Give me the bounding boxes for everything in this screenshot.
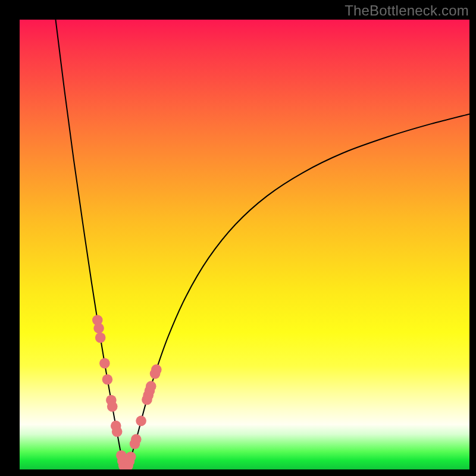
data-marker: [131, 434, 142, 445]
data-marker: [93, 323, 104, 334]
watermark-text: TheBottleneck.com: [345, 2, 469, 19]
data-marker: [95, 333, 106, 343]
data-marker: [112, 427, 123, 437]
data-marker: [126, 452, 136, 462]
data-marker: [146, 381, 156, 392]
chart-stage: TheBottleneck.com: [0, 0, 476, 476]
curve-layer: [20, 20, 469, 469]
data-marker: [136, 416, 146, 427]
data-marker: [99, 358, 110, 369]
data-marker: [102, 374, 113, 385]
plot-area: [20, 20, 469, 469]
curve-right-branch: [126, 114, 469, 469]
data-marker: [151, 364, 162, 375]
data-marker: [107, 401, 118, 412]
